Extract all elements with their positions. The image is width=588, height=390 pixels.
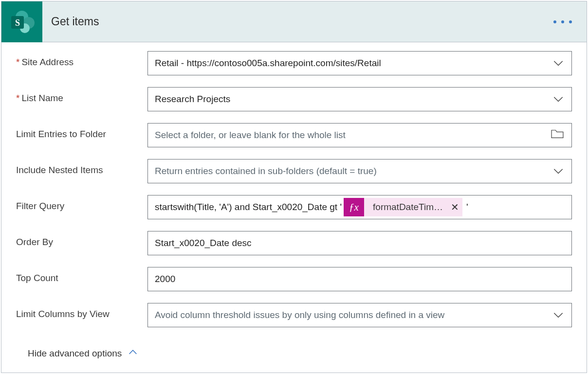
include-nested-dropdown[interactable]: Return entries contained in sub-folders … xyxy=(147,159,572,183)
label-filter-query: Filter Query xyxy=(16,195,147,212)
card-body: *Site Address Retail - https://contoso00… xyxy=(1,42,587,372)
label-include-nested: Include Nested Items xyxy=(16,159,147,176)
site-address-value: Retail - https://contoso005a.sharepoint.… xyxy=(155,58,552,69)
chevron-down-icon[interactable] xyxy=(552,165,565,177)
label-site-address: *Site Address xyxy=(16,51,147,68)
field-row-order-by: Order By Start_x0020_Date desc xyxy=(16,231,572,255)
card-title: Get items xyxy=(51,15,553,28)
order-by-value: Start_x0020_Date desc xyxy=(155,238,565,248)
field-row-limit-folder: Limit Entries to Folder Select a folder,… xyxy=(16,123,572,147)
field-row-filter-query: Filter Query startswith(Title, 'A') and … xyxy=(16,195,572,219)
top-count-value: 2000 xyxy=(155,274,565,284)
action-card: S Get items *Site Address Retail - https… xyxy=(1,1,587,373)
chevron-down-icon[interactable] xyxy=(552,57,565,70)
chevron-down-icon[interactable] xyxy=(552,309,565,321)
folder-picker-icon[interactable] xyxy=(550,129,565,142)
label-top-count: Top Count xyxy=(16,267,147,284)
chevron-down-icon[interactable] xyxy=(552,93,565,106)
limit-columns-placeholder: Avoid column threshold issues by only us… xyxy=(155,310,552,320)
field-row-limit-columns: Limit Columns by View Avoid column thres… xyxy=(16,303,572,327)
expression-token[interactable]: ƒx formatDateTim… ✕ xyxy=(344,198,462,216)
top-count-input[interactable]: 2000 xyxy=(147,267,572,291)
list-name-dropdown[interactable]: Research Projects xyxy=(147,87,572,111)
field-row-top-count: Top Count 2000 xyxy=(16,267,572,291)
include-nested-placeholder: Return entries contained in sub-folders … xyxy=(155,166,552,177)
limit-folder-placeholder: Select a folder, or leave blank for the … xyxy=(155,130,550,141)
limit-columns-dropdown[interactable]: Avoid column threshold issues by only us… xyxy=(147,303,572,327)
expression-token-label: formatDateTim… xyxy=(373,202,448,213)
filter-query-text-after: ' xyxy=(466,202,468,213)
label-list-name: *List Name xyxy=(16,87,147,104)
label-limit-folder: Limit Entries to Folder xyxy=(16,123,147,140)
site-address-dropdown[interactable]: Retail - https://contoso005a.sharepoint.… xyxy=(147,51,572,75)
field-row-include-nested: Include Nested Items Return entries cont… xyxy=(16,159,572,183)
label-order-by: Order By xyxy=(16,231,147,248)
filter-query-input[interactable]: startswith(Title, 'A') and Start_x0020_D… xyxy=(147,195,572,219)
sharepoint-logo: S xyxy=(1,1,42,42)
field-row-list-name: *List Name Research Projects xyxy=(16,87,572,111)
svg-text:S: S xyxy=(15,18,20,28)
hide-advanced-options-toggle[interactable]: Hide advanced options xyxy=(16,339,572,370)
label-limit-columns: Limit Columns by View xyxy=(16,303,147,319)
card-header: S Get items xyxy=(1,1,587,42)
advanced-toggle-label: Hide advanced options xyxy=(28,348,122,359)
chevron-up-icon xyxy=(128,347,138,360)
token-close-button[interactable]: ✕ xyxy=(448,198,462,216)
more-menu-button[interactable] xyxy=(553,20,587,23)
field-row-site-address: *Site Address Retail - https://contoso00… xyxy=(16,51,572,75)
limit-folder-input[interactable]: Select a folder, or leave blank for the … xyxy=(147,123,572,147)
filter-query-text: startswith(Title, 'A') and Start_x0020_D… xyxy=(155,202,342,213)
list-name-value: Research Projects xyxy=(155,94,552,105)
order-by-input[interactable]: Start_x0020_Date desc xyxy=(147,231,572,255)
fx-icon: ƒx xyxy=(344,198,364,216)
